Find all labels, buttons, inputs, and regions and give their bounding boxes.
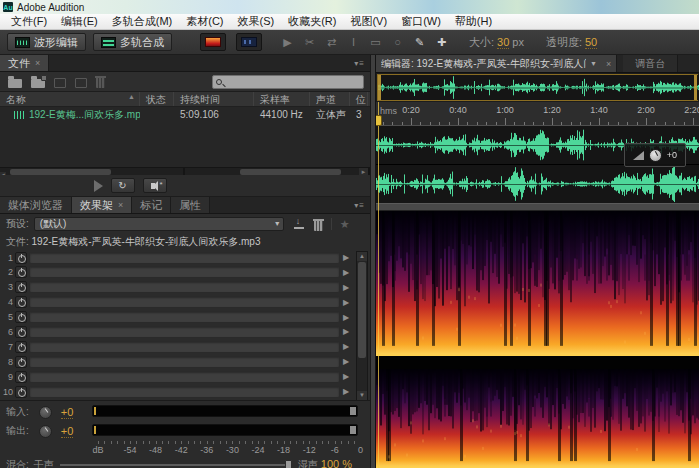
chevron-right-icon[interactable]: ▶ bbox=[340, 313, 352, 322]
waveform-channel-right[interactable] bbox=[376, 165, 699, 203]
lasso-selection-tool[interactable]: ○ bbox=[392, 35, 403, 49]
hud-gain-value[interactable]: +0 bbox=[667, 150, 677, 160]
input-gain-value[interactable]: +0 bbox=[61, 406, 74, 419]
power-icon[interactable] bbox=[15, 311, 27, 323]
power-icon[interactable] bbox=[15, 386, 27, 398]
play-button[interactable] bbox=[94, 180, 103, 192]
power-icon[interactable] bbox=[15, 252, 27, 264]
menu-item-1[interactable]: 编辑(E) bbox=[54, 14, 105, 29]
zoom-navigator[interactable] bbox=[377, 74, 698, 101]
column-header-2[interactable]: 持续时间 bbox=[174, 92, 254, 106]
effect-slot-field[interactable] bbox=[29, 311, 340, 323]
chevron-right-icon[interactable]: ▶ bbox=[340, 283, 352, 292]
effect-slot-field[interactable] bbox=[29, 371, 340, 383]
chevron-right-icon[interactable]: ▶ bbox=[340, 357, 352, 366]
overview-waveform[interactable] bbox=[378, 75, 699, 100]
menu-item-5[interactable]: 收藏夹(R) bbox=[281, 14, 343, 29]
mix-slider[interactable] bbox=[60, 460, 292, 468]
gain-hud[interactable]: +0 bbox=[624, 143, 686, 167]
menu-item-2[interactable]: 多轨合成(M) bbox=[105, 14, 180, 29]
time-selection-tool[interactable]: I bbox=[348, 35, 359, 49]
scroll-up-icon[interactable]: ▲ bbox=[357, 252, 367, 261]
column-header-3[interactable]: 采样率 bbox=[254, 92, 310, 106]
panel-menu-icon[interactable]: ▾≡ bbox=[354, 59, 365, 68]
close-icon[interactable]: × bbox=[606, 59, 611, 69]
brush-size-value[interactable]: 30 bbox=[497, 36, 509, 49]
column-header-0[interactable]: 名称▲ bbox=[0, 92, 140, 106]
opacity-value[interactable]: 50 bbox=[585, 36, 597, 49]
move-tool[interactable]: ▶ bbox=[282, 35, 293, 49]
multitrack-button[interactable]: 多轨合成 bbox=[93, 33, 172, 51]
power-icon[interactable] bbox=[15, 341, 27, 353]
tab-1[interactable]: 效果架× bbox=[72, 197, 132, 213]
column-header-5[interactable]: 位 bbox=[350, 92, 368, 106]
menu-item-3[interactable]: 素材(C) bbox=[179, 14, 230, 29]
power-icon[interactable] bbox=[15, 326, 27, 338]
loop-playback-button[interactable]: ↻ bbox=[111, 178, 135, 193]
scrollbar-segment[interactable]: ► bbox=[185, 168, 370, 175]
spot-healing-brush-tool[interactable]: ✚ bbox=[436, 35, 447, 49]
power-icon[interactable] bbox=[15, 371, 27, 383]
slots-scrollbar[interactable]: ▲ ▼ bbox=[356, 251, 368, 401]
tab-editor[interactable]: 编辑器: 192-E黄梅戏-严凤英-牛郎织女-到底人间欢乐多.mp3 ▼ × bbox=[376, 55, 617, 72]
menu-item-8[interactable]: 帮助(H) bbox=[448, 14, 499, 29]
menu-item-0[interactable]: 文件(F) bbox=[4, 14, 54, 29]
power-icon[interactable] bbox=[15, 266, 27, 278]
scrollbar-segment[interactable]: ◄ bbox=[0, 168, 185, 175]
effect-slot-field[interactable] bbox=[29, 281, 340, 293]
delete-preset-icon[interactable] bbox=[314, 221, 323, 231]
razor-tool[interactable]: ✂ bbox=[304, 35, 315, 49]
effect-slot-field[interactable] bbox=[29, 266, 340, 278]
chevron-right-icon[interactable]: ▶ bbox=[340, 298, 352, 307]
column-header-1[interactable]: 状态 bbox=[140, 92, 174, 106]
navigator-right-handle[interactable] bbox=[694, 75, 697, 100]
sort-ascending-icon[interactable]: ▲ bbox=[128, 93, 135, 100]
effect-slot-field[interactable] bbox=[29, 341, 340, 353]
tab-3[interactable]: 属性 bbox=[171, 197, 210, 213]
favorite-star-icon[interactable]: ★ bbox=[340, 218, 350, 231]
import-file-icon[interactable] bbox=[31, 79, 45, 88]
tab-0[interactable]: 媒体浏览器 bbox=[0, 197, 72, 213]
effect-slot-field[interactable] bbox=[29, 296, 340, 308]
chevron-right-icon[interactable]: ▶ bbox=[340, 387, 352, 396]
power-icon[interactable] bbox=[15, 356, 27, 368]
insert-into-multitrack-icon[interactable] bbox=[75, 78, 87, 88]
input-knob[interactable] bbox=[39, 406, 52, 419]
open-file-icon[interactable] bbox=[8, 79, 22, 88]
menu-item-6[interactable]: 视图(V) bbox=[343, 14, 394, 29]
waveform-edit-button[interactable]: 波形编辑 bbox=[7, 33, 86, 51]
hud-gain-knob[interactable] bbox=[649, 149, 662, 162]
spectral-view-channel-left[interactable] bbox=[376, 211, 699, 356]
menu-item-4[interactable]: 效果(S) bbox=[231, 14, 282, 29]
power-icon[interactable] bbox=[15, 296, 27, 308]
chevron-right-icon[interactable]: ▶ bbox=[340, 327, 352, 336]
wet-value[interactable]: 100 % bbox=[321, 458, 352, 468]
output-knob[interactable] bbox=[39, 425, 52, 438]
power-icon[interactable] bbox=[15, 281, 27, 293]
playhead-marker[interactable] bbox=[376, 115, 382, 126]
search-input[interactable] bbox=[212, 75, 364, 89]
files-horizontal-scrollbar[interactable]: ◄ ► bbox=[0, 167, 370, 175]
tab-2[interactable]: 标记 bbox=[132, 197, 171, 213]
autoplay-button[interactable] bbox=[143, 178, 167, 193]
slip-tool[interactable]: ⇄ bbox=[326, 35, 337, 49]
close-icon[interactable]: × bbox=[118, 200, 123, 210]
view-divider[interactable] bbox=[376, 203, 699, 211]
chevron-right-icon[interactable]: ▶ bbox=[340, 342, 352, 351]
effect-slot-field[interactable] bbox=[29, 386, 340, 398]
playhead-line[interactable] bbox=[378, 102, 379, 468]
tab-files[interactable]: 文件 × bbox=[0, 55, 49, 71]
slider-handle[interactable] bbox=[285, 460, 292, 468]
panel-menu-icon[interactable]: ▾≡ bbox=[354, 201, 365, 210]
spectral-view-channel-right[interactable] bbox=[376, 369, 699, 468]
chevron-down-icon[interactable]: ▼ bbox=[590, 60, 597, 67]
marquee-selection-tool[interactable]: ▭ bbox=[370, 35, 381, 49]
paintbrush-selection-tool[interactable]: ✎ bbox=[414, 35, 425, 49]
scrollbar-thumb[interactable] bbox=[358, 262, 366, 358]
scroll-down-icon[interactable]: ▼ bbox=[357, 391, 367, 400]
column-header-4[interactable]: 声道 bbox=[310, 92, 350, 106]
chevron-right-icon[interactable]: ▶ bbox=[340, 372, 352, 381]
effect-slot-field[interactable] bbox=[29, 252, 340, 264]
new-file-icon[interactable] bbox=[54, 78, 66, 88]
effect-slot-field[interactable] bbox=[29, 356, 340, 368]
